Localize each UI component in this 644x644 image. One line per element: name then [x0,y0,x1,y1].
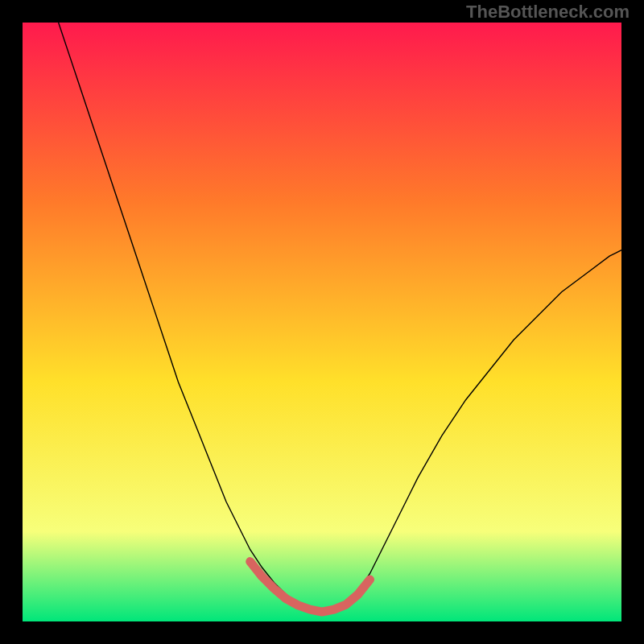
chart-svg [23,23,621,621]
watermark-text: TheBottleneck.com [466,2,630,23]
plot-area [23,23,621,621]
chart-container: TheBottleneck.com [0,0,644,644]
